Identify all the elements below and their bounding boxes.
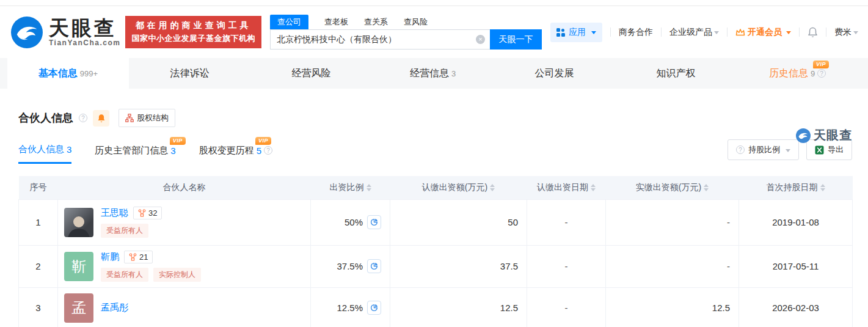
tab-legal-litigation[interactable]: 法律诉讼 [129,58,250,89]
partner-name-link[interactable]: 孟禹彤 [101,302,128,314]
col-subscribed-amount[interactable]: 认缴出资额(万元) [390,176,527,199]
beneficial-owner-tag: 受益所有人 [101,224,148,238]
tab-basic-info[interactable]: 基本信息 999+ [7,58,129,89]
ratio-cell: 50% [311,199,390,245]
vip-badge: VIP [813,61,829,68]
org-chart-icon [125,114,134,122]
help-icon [736,145,745,154]
page-top-divider [0,0,868,6]
nav-cooperation[interactable]: 商务合作 [619,27,653,38]
col-subscribed-date[interactable]: 认缴出资日期 [527,176,606,199]
partner-photo-avatar[interactable] [64,208,93,237]
tianyancha-swirl-icon [11,17,43,48]
search-button[interactable]: 天眼一下 [490,29,542,50]
apps-menu-button[interactable]: 应用 [550,23,602,42]
search-tab-risk[interactable]: 查风险 [404,15,428,29]
clear-search-icon[interactable] [476,35,485,44]
subtab-count: 3 [67,144,71,155]
divider [610,28,611,37]
tab-operational-risk[interactable]: 经营风险 [250,58,372,89]
col-ratio[interactable]: 出资比例 [311,176,390,199]
partner-cell: 王思聪 32 [58,199,311,245]
ratio-value: 12.5% [337,303,363,313]
help-icon[interactable] [264,146,272,155]
partner-name-link[interactable]: 王思聪 [101,207,128,219]
sort-icon[interactable] [591,184,596,191]
logo-subtitle: TianYanCha.com [49,39,120,47]
partner-name-link[interactable]: 靳鹏 [101,251,119,263]
sort-icon[interactable] [367,184,371,191]
tab-label: 基本信息 [38,67,78,80]
col-label: 认缴出资额(万元) [422,182,487,192]
col-first-holding-date[interactable]: 首次持股日期 [739,176,853,199]
partners-section: 合伙人信息 股权结构 天眼查 合伙人信息 [0,109,868,327]
help-icon[interactable] [817,69,826,78]
first-holding-date-cell: 2026-02-03 [739,287,853,327]
notifications-bell-icon[interactable] [808,27,818,38]
subtab-history-authority[interactable]: 历史主管部门信息 3VIP [95,144,175,164]
user-menu[interactable]: 费米 [834,27,858,38]
sort-icon[interactable] [820,184,825,191]
col-label: 出资比例 [330,182,364,192]
header-nav: 应用 商务合作 企业级产品 开通会员 费米 [550,23,858,42]
tab-label: 经营风险 [292,67,331,80]
row-index: 3 [19,287,58,327]
search-tab-company[interactable]: 查公司 [270,15,308,29]
open-vip-button[interactable]: 开通会员 [735,27,791,38]
row-index: 2 [19,245,58,287]
sort-icon[interactable] [490,184,495,191]
chevron-down-icon [591,31,596,34]
ratio-cell: 12.5% [311,287,390,327]
subtab-equity-changes[interactable]: 股权变更历程 5VIP [199,144,272,164]
tab-count: 9 [811,69,815,78]
related-companies-badge[interactable]: 32 [133,207,162,219]
partner-cell: 靳 靳鹏 [58,245,311,287]
col-paid-amount[interactable]: 实缴出资额(万元) [606,176,739,199]
search-tab-boss[interactable]: 查老板 [324,15,348,29]
monitor-bell-button[interactable] [93,110,109,127]
col-label: 实缴出资额(万元) [636,182,701,192]
search-input[interactable] [271,30,490,49]
tab-label: 公司发展 [535,67,574,80]
site-header: 天眼查 TianYanCha.com 都在用的商业查询工具 国家中小企业发展子基… [0,6,868,58]
tab-business-info[interactable]: 经营信息 3 [372,58,494,89]
divider [727,28,728,37]
promo-line-2: 国家中小企业发展子基金旗下机构 [131,33,255,44]
ratio-label: 持股比例 [748,144,780,155]
tianyancha-logo[interactable]: 天眼查 TianYanCha.com [11,17,120,48]
subscribed-date-cell: - [527,287,606,327]
paid-amount-cell: - [606,245,739,287]
nav-enterprise-products[interactable]: 企业级产品 [669,27,719,38]
col-label: 认缴出资日期 [537,182,588,192]
subtab-label: 历史主管部门信息 [95,145,168,156]
help-icon[interactable] [79,114,87,122]
vip-badge: VIP [255,137,271,145]
table-header-row: 序号 合伙人名称 出资比例 认缴出资额(万元) 认缴出资日期 实缴出资额(万元)… [19,176,853,199]
subtab-partner-info[interactable]: 合伙人信息 3 [18,144,71,164]
shareholding-ratio-button[interactable]: 持股比例 [728,139,799,160]
col-label: 首次持股日期 [767,182,818,192]
ratio-value: 50% [345,217,363,227]
bell-icon [97,114,106,123]
search-tab-relation[interactable]: 查关系 [364,15,388,29]
tab-company-development[interactable]: 公司发展 [494,58,615,89]
pie-chart-icon[interactable] [367,215,381,229]
paid-amount-cell: 12.5 [606,287,739,327]
col-index: 序号 [19,176,58,199]
tab-intellectual-property[interactable]: 知识产权 [615,58,737,89]
sort-icon[interactable] [704,184,709,191]
equity-structure-button[interactable]: 股权结构 [119,109,175,127]
related-companies-badge[interactable]: 21 [124,251,153,263]
promo-line-1: 都在用的商业查询工具 [131,20,255,31]
tab-history-info[interactable]: VIP 历史信息 9 [737,58,858,89]
search-area: 查公司 查老板 查关系 查风险 天眼一下 [270,15,542,50]
subscribed-amount-cell: 37.5 [390,245,527,287]
pie-chart-icon[interactable] [367,301,381,315]
tab-count: 3 [451,69,456,78]
watermark-logo: 天眼查 [796,127,852,144]
actual-controller-tag: 实际控制人 [153,268,201,282]
subtab-count: 5 [257,145,261,156]
pie-chart-icon[interactable] [367,259,381,273]
partner-initial-avatar[interactable]: 孟 [64,293,93,323]
partner-initial-avatar[interactable]: 靳 [64,252,93,281]
